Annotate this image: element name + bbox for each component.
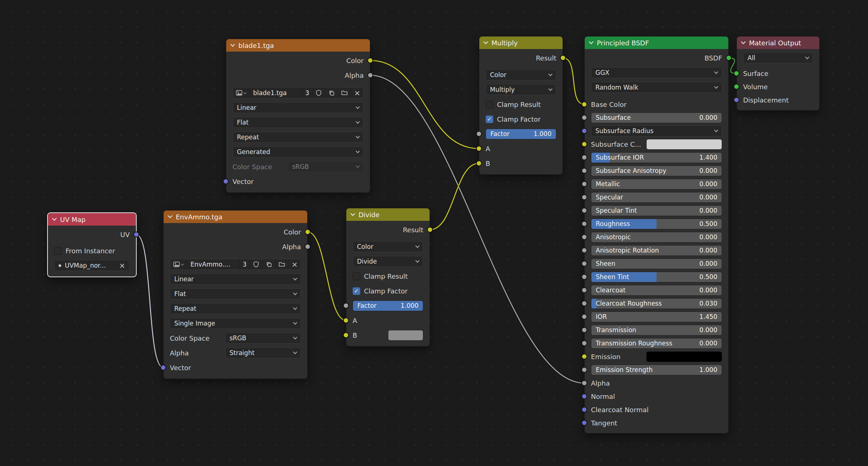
blade1-header[interactable]: blade1.tga [226,39,370,52]
interpolation-dropdown[interactable]: Linear [170,274,301,285]
operation-dropdown[interactable]: Divide [353,256,423,267]
colorspace-dropdown[interactable]: sRGB [225,333,301,344]
fake-user-shield-button[interactable] [312,88,325,98]
emission-strength-input-socket[interactable] [581,367,587,373]
projection-dropdown[interactable]: Flat [232,117,364,128]
node-mix-divide[interactable]: Divide Result Color Divide Clamp Result … [346,208,430,347]
factor-input-socket[interactable] [476,131,482,137]
volume-input-socket[interactable] [734,84,739,90]
vector-input-socket[interactable] [223,178,229,184]
extension-dropdown[interactable]: Repeat [170,303,301,314]
image-datablock-selector[interactable]: EnvAmmo.... 3 [170,259,301,270]
subsurface-color-input-socket[interactable] [581,141,587,147]
image-users-button[interactable]: 3 [302,88,312,98]
image-browse-button[interactable] [170,259,186,269]
anisotropic-input-socket[interactable] [581,234,587,240]
unlink-image-button[interactable] [288,259,301,269]
surface-input-socket[interactable] [734,70,739,76]
anisotropic-rotation-slider[interactable]: Anisotropic Rotation0.000 [591,245,722,256]
result-output-socket[interactable] [560,55,566,61]
subsurface-color-swatch[interactable] [646,139,722,150]
collapse-chevron-icon[interactable] [52,216,57,221]
node-editor-canvas[interactable]: UV Map UV From Instancer UVMap_nor... bl… [0,0,868,466]
uv-map-header[interactable]: UV Map [48,213,136,226]
emission-strength-field[interactable]: Emission Strength1.000 [591,365,722,375]
subsurface-radius-dropdown[interactable]: Subsurface Radius [591,125,722,136]
color-output-socket[interactable] [367,58,373,63]
operation-dropdown[interactable]: Multiply [486,84,556,95]
specular-slider[interactable]: Specular0.000 [591,192,722,203]
transmission-roughness-slider[interactable]: Transmission Roughness0.000 [591,338,722,349]
data-type-dropdown[interactable]: Color [353,241,423,252]
clamp-result-checkbox[interactable] [353,272,360,280]
target-dropdown[interactable]: All [743,52,813,63]
clearcoat-roughness-input-socket[interactable] [581,300,587,306]
a-input-socket[interactable] [476,146,482,152]
specular-input-socket[interactable] [581,194,587,200]
alpha-mode-dropdown[interactable]: Straight [225,347,301,358]
sheen-input-socket[interactable] [581,261,587,267]
collapse-chevron-icon[interactable] [589,39,594,44]
subsurface-anisotropy-slider[interactable]: Subsurface Anisotropy0.000 [591,166,722,176]
subsurface-anisotropy-input-socket[interactable] [581,168,587,174]
clamp-factor-checkbox[interactable] [353,287,360,295]
emission-color-swatch[interactable] [646,351,722,362]
a-input-socket[interactable] [343,317,349,323]
b-color-swatch[interactable] [388,330,423,341]
clamp-factor-checkbox[interactable] [486,115,493,123]
transmission-slider[interactable]: Transmission0.000 [591,325,722,335]
open-image-button[interactable] [275,259,288,269]
image-datablock-selector[interactable]: blade1.tga 3 [232,87,364,98]
alpha-output-socket[interactable] [367,72,373,78]
node-uv-map[interactable]: UV Map UV From Instancer UVMap_nor... [47,212,137,277]
tangent-input-socket[interactable] [581,420,587,426]
divide-header[interactable]: Divide [346,208,430,221]
clearcoat-normal-input-socket[interactable] [581,407,587,413]
clear-uvmap-icon[interactable] [119,262,125,269]
result-output-socket[interactable] [427,227,433,233]
distribution-dropdown[interactable]: GGX [591,67,722,78]
projection-dropdown[interactable]: Flat [170,288,301,299]
collapse-chevron-icon[interactable] [168,213,172,218]
clamp-result-checkbox[interactable] [486,101,493,108]
data-type-dropdown[interactable]: Color [486,69,556,80]
uvmap-selector[interactable]: UVMap_nor... [54,260,130,271]
extension-dropdown[interactable]: Repeat [232,132,364,143]
factor-slider[interactable]: Factor 1.000 [486,129,556,139]
image-users-button[interactable]: 3 [239,259,249,269]
material-output-header[interactable]: Material Output [737,36,819,49]
image-name-field[interactable]: EnvAmmo.... [186,259,239,269]
node-image-texture-blade1[interactable]: blade1.tga Color Alpha blade1.tga 3 [226,39,370,193]
color-output-socket[interactable] [305,229,311,235]
vector-input-socket[interactable] [160,365,166,371]
factor-input-socket[interactable] [343,303,349,309]
b-input-socket[interactable] [476,160,482,166]
envammo-header[interactable]: EnvAmmo.tga [164,211,307,223]
specular-tint-slider[interactable]: Specular Tint0.000 [591,205,722,216]
colorspace-dropdown[interactable]: sRGB [288,161,364,172]
principled-bsdf-header[interactable]: Principled BSDF [585,36,728,49]
node-mix-multiply[interactable]: Multiply Result Color Multiply Clamp Res… [479,36,563,175]
ior-field[interactable]: IOR1.450 [591,312,722,322]
metallic-slider[interactable]: Metallic0.000 [591,179,722,189]
alpha-output-socket[interactable] [305,244,311,250]
factor-slider[interactable]: Factor 1.000 [353,300,423,311]
node-material-output[interactable]: Material Output All Surface Volume Displ… [736,36,820,111]
clearcoat-slider[interactable]: Clearcoat0.000 [591,285,722,296]
b-input-socket[interactable] [343,332,349,338]
anisotropic-rotation-input-socket[interactable] [581,247,587,253]
displacement-input-socket[interactable] [734,97,739,103]
clearcoat-input-socket[interactable] [581,287,587,293]
image-name-field[interactable]: blade1.tga [249,88,302,98]
subsurface-ior-input-socket[interactable] [581,154,587,160]
normal-input-socket[interactable] [581,393,587,399]
subsurface-ior-slider[interactable]: Subsurface IOR1.400 [591,152,722,163]
subsurface-input-socket[interactable] [581,115,587,121]
subsurface-method-dropdown[interactable]: Random Walk [591,82,722,93]
collapse-chevron-icon[interactable] [230,42,235,47]
collapse-chevron-icon[interactable] [483,39,488,44]
uv-output-socket[interactable] [133,232,139,237]
ior-input-socket[interactable] [581,314,587,320]
open-image-button[interactable] [338,88,351,98]
source-dropdown[interactable]: Single Image [170,318,301,329]
